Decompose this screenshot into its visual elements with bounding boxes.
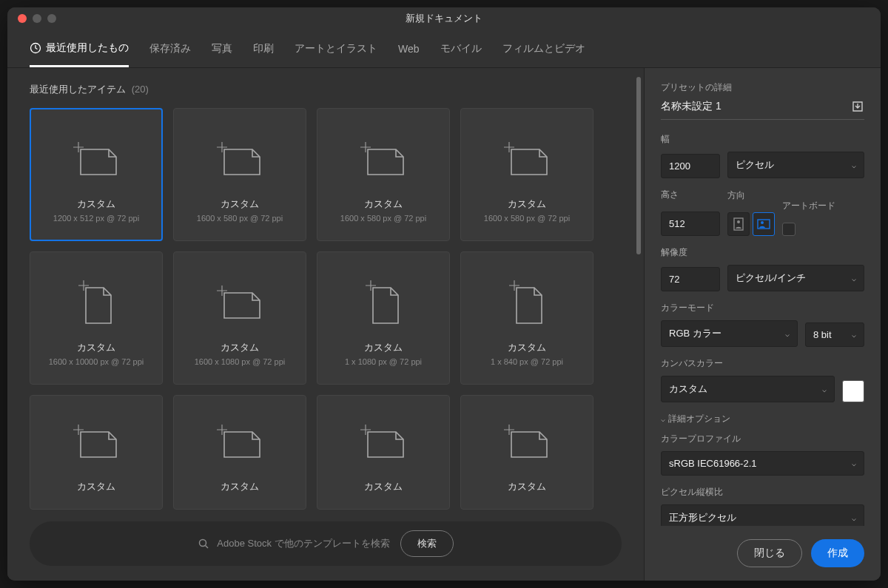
landscape-icon [757,219,770,229]
bit-depth-select[interactable]: 8 bit ⌵ [805,322,864,347]
preset-card-dims: 1 x 840 px @ 72 ppi [491,357,563,366]
document-icon [366,270,401,337]
tab-art[interactable]: アートとイラスト [295,32,377,66]
preset-card-dims: 1600 x 580 px @ 72 ppi [197,214,283,223]
tab-label: フィルムとビデオ [502,42,585,55]
preset-card[interactable]: カスタム [317,395,450,510]
preset-card-dims: 1600 x 580 px @ 72 ppi [340,214,426,223]
search-button[interactable]: 検索 [400,530,454,557]
preset-name-input[interactable] [661,101,851,112]
height-input[interactable] [661,212,720,236]
pixel-aspect-label: ピクセル縦横比 [661,486,864,499]
chevron-down-icon: ⌵ [661,415,665,423]
unit-select[interactable]: ピクセル ⌵ [727,152,864,178]
pixel-aspect-select[interactable]: 正方形ピクセル ⌵ [661,504,864,526]
close-button[interactable]: 閉じる [737,539,802,567]
stock-search-input[interactable]: Adobe Stock で他のテンプレートを検索 [198,537,389,550]
portrait-icon [733,217,744,231]
chevron-down-icon: ⌵ [852,161,856,169]
preset-card[interactable]: カスタム 1600 x 580 px @ 72 ppi [460,108,593,241]
preset-card-label: カスタム [77,480,115,493]
category-tabs: 最近使用したもの 保存済み 写真 印刷 アートとイラスト Web モバイル フィ… [7,30,881,68]
advanced-label: 詳細オプション [668,413,730,425]
recent-header: 最近使用したアイテム (20) [30,83,622,96]
preset-card[interactable]: カスタム 1200 x 512 px @ 72 ppi [30,108,163,241]
tab-print[interactable]: 印刷 [253,32,274,66]
window-title: 新規ドキュメント [7,12,881,25]
preset-card-dims: 1200 x 512 px @ 72 ppi [53,214,139,223]
tab-label: 印刷 [253,42,274,55]
scrollbar-thumb[interactable] [636,77,641,254]
resolution-input[interactable] [661,267,720,291]
main-panel: 最近使用したアイテム (20) カスタム 1200 x 512 px @ 72 … [7,68,644,581]
tab-label: 最近使用したもの [46,41,129,55]
window-minimize-button[interactable] [33,14,41,23]
preset-card[interactable]: カスタム 1600 x 1080 px @ 72 ppi [173,251,306,385]
preset-card[interactable]: カスタム 1600 x 580 px @ 72 ppi [317,108,450,241]
orientation-label: 方向 [727,189,775,202]
tab-saved[interactable]: 保存済み [149,32,191,66]
preset-card[interactable]: カスタム [30,395,163,510]
color-profile-value: sRGB IEC61966-2.1 [669,458,757,469]
unit-value: ピクセル [736,158,774,172]
background-swatch[interactable] [842,380,864,402]
preset-card-label: カスタム [364,197,403,211]
resolution-unit-value: ピクセル/インチ [736,271,806,285]
clock-icon [30,42,41,54]
window-maximize-button[interactable] [47,14,56,23]
document-icon [509,270,545,337]
color-mode-value: RGB カラー [669,327,722,340]
document-icon [217,270,263,337]
tab-web[interactable]: Web [398,33,420,65]
preset-card[interactable]: カスタム 1 x 840 px @ 72 ppi [460,251,593,385]
preset-card-label: カスタム [508,197,546,211]
chevron-down-icon: ⌵ [852,459,856,467]
preset-card-label: カスタム [221,197,259,211]
stock-search-bar: Adobe Stock で他のテンプレートを検索 検索 [30,521,622,566]
preset-grid: カスタム 1200 x 512 px @ 72 ppi カスタム 1600 x … [30,108,622,510]
advanced-disclosure[interactable]: ⌵ 詳細オプション [661,413,864,425]
preset-card[interactable]: カスタム 1600 x 580 px @ 72 ppi [173,108,306,241]
tab-label: 写真 [212,42,232,55]
width-input[interactable] [661,154,720,178]
tab-label: モバイル [440,42,482,55]
preset-card-dims: 1600 x 10000 px @ 72 ppi [49,357,144,366]
search-placeholder: Adobe Stock で他のテンプレートを検索 [217,537,389,550]
color-mode-select[interactable]: RGB カラー ⌵ [661,320,798,347]
preset-card-dims: 1600 x 580 px @ 72 ppi [484,214,570,223]
preset-name-row [661,100,864,120]
tab-mobile[interactable]: モバイル [440,32,482,66]
artboard-checkbox[interactable] [782,223,796,236]
orientation-landscape-button[interactable] [753,212,775,236]
tab-photo[interactable]: 写真 [212,32,232,66]
recent-header-text: 最近使用したアイテム [30,84,126,95]
window-close-button[interactable] [18,14,27,23]
background-label: カンバスカラー [661,357,864,370]
preset-card-label: カスタム [77,197,115,211]
resolution-label: 解像度 [661,246,864,259]
save-preset-icon[interactable] [851,100,864,113]
svg-point-3 [737,220,740,223]
preset-card-label: カスタム [364,341,403,354]
preset-card[interactable]: カスタム [460,395,593,510]
document-icon [73,126,119,193]
preset-card[interactable]: カスタム 1 x 1080 px @ 72 ppi [317,251,450,385]
color-profile-select[interactable]: sRGB IEC61966-2.1 ⌵ [661,451,864,476]
create-button[interactable]: 作成 [811,539,864,567]
preset-card[interactable]: カスタム [173,395,306,510]
tab-film[interactable]: フィルムとビデオ [502,32,585,66]
preset-card[interactable]: カスタム 1600 x 10000 px @ 72 ppi [30,251,163,385]
preset-card-label: カスタム [221,341,259,354]
chevron-down-icon: ⌵ [785,330,790,338]
new-document-window: 新規ドキュメント 最近使用したもの 保存済み 写真 印刷 アートとイラスト We… [7,7,881,581]
chevron-down-icon: ⌵ [852,514,856,522]
svg-point-5 [761,221,764,224]
recent-scroll[interactable]: 最近使用したアイテム (20) カスタム 1200 x 512 px @ 72 … [7,68,644,521]
tab-recent[interactable]: 最近使用したもの [30,31,129,67]
document-icon [73,409,119,476]
chevron-down-icon: ⌵ [822,385,827,393]
preset-card-label: カスタム [508,341,546,354]
background-select[interactable]: カスタム ⌵ [661,376,835,402]
orientation-portrait-button[interactable] [727,212,750,236]
resolution-unit-select[interactable]: ピクセル/インチ ⌵ [727,265,864,291]
